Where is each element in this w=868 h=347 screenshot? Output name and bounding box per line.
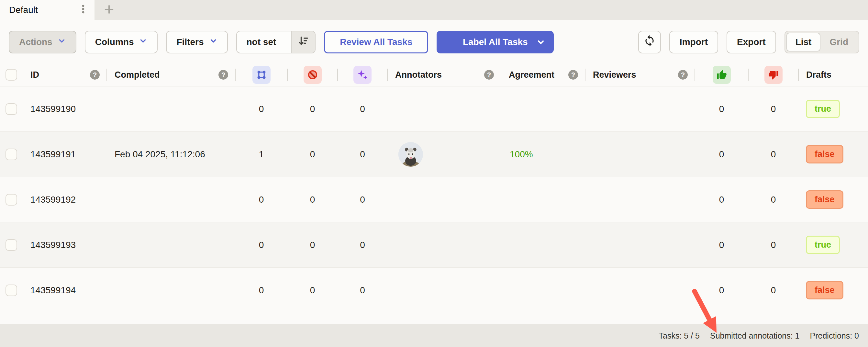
column-header-agreement[interactable]: Agreement ? xyxy=(501,64,585,86)
select-all-cell xyxy=(0,64,25,86)
refresh-button[interactable] xyxy=(638,31,661,54)
column-header-predictions[interactable] xyxy=(338,64,388,86)
annotation-results-icon xyxy=(252,66,271,84)
column-header-rejected[interactable] xyxy=(748,64,798,86)
help-icon[interactable]: ? xyxy=(484,70,494,80)
column-label-id: ID xyxy=(30,70,39,80)
chevron-down-icon[interactable] xyxy=(536,31,545,54)
chevron-down-icon xyxy=(58,37,66,47)
help-icon[interactable]: ? xyxy=(90,70,100,80)
refresh-sync-icon xyxy=(643,35,656,49)
cell-annotators xyxy=(388,142,501,167)
row-checkbox[interactable] xyxy=(5,149,17,160)
table-header: ID ? Completed ? Annotators ? Agreement … xyxy=(0,64,868,87)
row-checkbox[interactable] xyxy=(5,194,17,206)
help-icon[interactable]: ? xyxy=(568,70,578,80)
cell-accepted-count: 0 xyxy=(695,104,748,114)
export-label: Export xyxy=(737,37,766,47)
column-header-id[interactable]: ID ? xyxy=(25,64,107,86)
cell-rejected-count: 0 xyxy=(748,240,798,250)
row-checkbox[interactable] xyxy=(5,239,17,251)
table-row[interactable]: 143599194 0 0 0 0 0 false xyxy=(0,268,868,313)
cell-skipped-count: 0 xyxy=(287,240,338,250)
column-header-reviewers[interactable]: Reviewers ? xyxy=(585,64,695,86)
cell-predictions-count: 0 xyxy=(338,194,388,205)
review-all-tasks-button[interactable]: Review All Tasks xyxy=(324,31,428,54)
columns-button[interactable]: Columns xyxy=(85,31,158,54)
cell-agreement: 100% xyxy=(501,149,585,160)
tab-strip: Default xyxy=(0,0,868,20)
cell-rejected-count: 0 xyxy=(748,285,798,295)
select-all-checkbox[interactable] xyxy=(5,69,17,81)
filters-button[interactable]: Filters xyxy=(166,31,227,54)
import-button[interactable]: Import xyxy=(669,31,718,54)
cell-rejected-count: 0 xyxy=(748,149,798,160)
column-header-annotation-results[interactable] xyxy=(235,64,287,86)
tasks-count: Tasks: 5 / 5 xyxy=(659,331,700,341)
status-bar: Tasks: 5 / 5 Submitted annotations: 1 Pr… xyxy=(0,324,868,347)
view-toggle-grid[interactable]: Grid xyxy=(820,37,857,47)
help-icon[interactable]: ? xyxy=(678,70,688,80)
cell-annotations-count: 0 xyxy=(235,240,287,250)
sort-direction-button[interactable] xyxy=(291,31,315,53)
row-checkbox[interactable] xyxy=(5,285,17,296)
plus-icon xyxy=(103,4,115,16)
help-icon[interactable]: ? xyxy=(218,70,228,80)
tab-default[interactable]: Default xyxy=(0,0,94,20)
label-all-tasks-button[interactable]: Label All Tasks xyxy=(437,31,554,54)
cell-predictions-count: 0 xyxy=(338,104,388,114)
column-label-drafts: Drafts xyxy=(806,70,831,80)
cell-id: 143599193 xyxy=(25,240,107,250)
chevron-down-icon xyxy=(139,37,147,47)
column-header-accepted[interactable] xyxy=(695,64,748,86)
table-row[interactable]: 143599193 0 0 0 0 0 true xyxy=(0,222,868,268)
tab-strip-background xyxy=(94,0,868,20)
cell-annotations-count: 0 xyxy=(235,194,287,205)
drafts-badge: true xyxy=(806,235,840,254)
tab-default-label: Default xyxy=(9,5,38,15)
column-header-drafts[interactable]: Drafts xyxy=(798,64,868,86)
cell-accepted-count: 0 xyxy=(695,285,748,295)
table-row[interactable]: 143599191 Feb 04 2025, 11:12:06 1 0 0 xyxy=(0,132,868,177)
table-row[interactable]: 143599192 0 0 0 0 0 false xyxy=(0,177,868,222)
view-toggle-list[interactable]: List xyxy=(786,33,821,52)
chevron-down-icon xyxy=(209,37,217,47)
review-all-tasks-label: Review All Tasks xyxy=(340,37,412,47)
tab-menu-kebab-icon[interactable] xyxy=(79,4,87,17)
task-table-body: 143599190 0 0 0 0 0 true 143599191 Feb 0… xyxy=(0,87,868,313)
list-label: List xyxy=(796,37,812,47)
toolbar: Actions Columns Filters not set Review A… xyxy=(0,20,868,64)
cell-id: 143599192 xyxy=(25,194,107,205)
grid-label: Grid xyxy=(830,37,848,47)
cell-skipped-count: 0 xyxy=(287,149,338,160)
cell-annotations-count: 0 xyxy=(235,104,287,114)
cell-accepted-count: 0 xyxy=(695,149,748,160)
import-label: Import xyxy=(680,37,708,47)
column-header-annotators[interactable]: Annotators ? xyxy=(388,64,501,86)
cell-annotations-count: 0 xyxy=(235,285,287,295)
thumbs-up-icon xyxy=(713,66,731,84)
ordering-value: not set xyxy=(247,37,276,47)
actions-button[interactable]: Actions xyxy=(9,31,76,54)
add-tab-button[interactable] xyxy=(97,4,121,16)
drafts-badge: false xyxy=(806,145,843,163)
cell-id: 143599191 xyxy=(25,149,107,160)
column-label-reviewers: Reviewers xyxy=(593,70,636,80)
cell-accepted-count: 0 xyxy=(695,240,748,250)
ordering-value-button[interactable]: not set xyxy=(237,31,286,53)
label-all-tasks-label: Label All Tasks xyxy=(463,37,528,47)
drafts-badge: false xyxy=(806,281,843,299)
export-button[interactable]: Export xyxy=(726,31,776,54)
column-label-annotators: Annotators xyxy=(395,70,442,80)
column-label-agreement: Agreement xyxy=(509,70,554,80)
cell-rejected-count: 0 xyxy=(748,194,798,205)
drafts-badge: true xyxy=(806,100,840,118)
actions-label: Actions xyxy=(19,37,53,47)
table-row[interactable]: 143599190 0 0 0 0 0 true xyxy=(0,87,868,132)
row-checkbox[interactable] xyxy=(5,103,17,115)
column-header-skipped[interactable] xyxy=(287,64,338,86)
predictions-count: Predictions: 0 xyxy=(810,331,859,341)
column-header-completed[interactable]: Completed ? xyxy=(107,64,235,86)
view-toggle: List Grid xyxy=(784,31,859,54)
cell-accepted-count: 0 xyxy=(695,194,748,205)
